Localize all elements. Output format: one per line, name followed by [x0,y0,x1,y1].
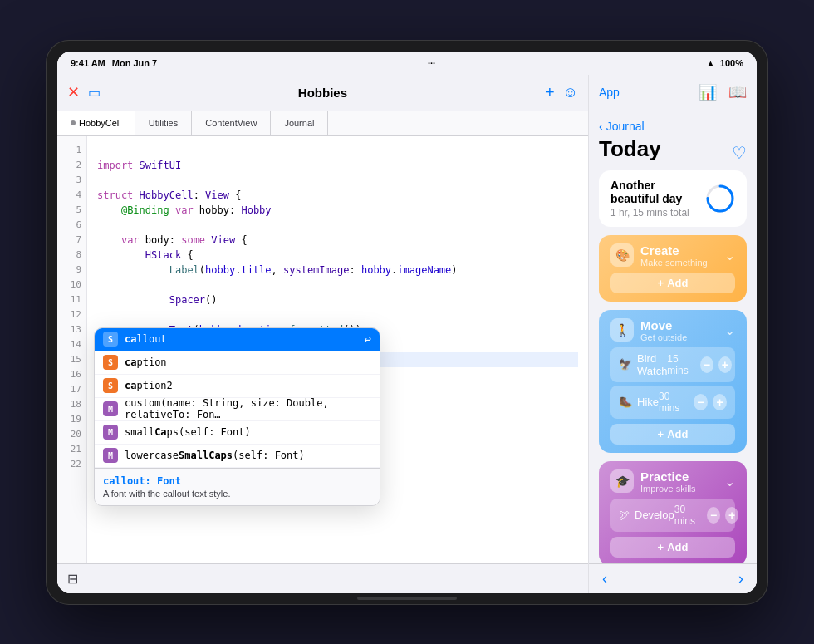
develop-plus-button[interactable]: + [725,507,738,524]
plus-icon: + [658,277,664,289]
create-subtitle: Make something [640,258,708,268]
tab-hobbycell[interactable]: HobbyCell [57,111,135,135]
code-line-7: var body: some View { [97,233,578,248]
move-icon: 🚶 [610,318,634,342]
code-line-8: HStack { [97,248,578,263]
code-line-6 [97,218,578,233]
code-line-2: import SwiftUI [97,158,578,173]
hike-plus-button[interactable]: + [713,394,727,410]
create-title: Create [640,243,708,258]
ac-item-callout[interactable]: S callout ↩ [95,328,380,351]
wifi-icon: ▲ [706,58,715,68]
journal-back-button[interactable]: ‹ Journal [599,120,747,133]
ipad-frame: 9:41 AM Mon Jun 7 ··· ▲ 100% ✕ ▭ Hobbies… [46,40,768,605]
develop-time: 30 mins [674,504,702,527]
ac-item-custom[interactable]: M custom(name: String, size: Double, rel… [95,398,380,421]
ac-badge-m2: M [103,425,118,440]
code-line-4: struct HobbyCell: View { [97,188,578,203]
sidebar-toggle-button[interactable]: ▭ [88,85,101,101]
birdwatch-time: 15 mins [667,353,694,376]
code-line-3 [97,173,578,188]
plus-icon: + [658,541,664,553]
develop-name: Develop [635,509,674,521]
journal-toolbar-tabs: App [599,86,620,99]
ac-return-icon: ↩ [365,332,371,346]
line-numbers: 1 2 3 4 5 6 7 8 9 10 11 12 13 14 [57,136,87,563]
tab-utilities[interactable]: Utilities [135,111,192,135]
hike-minus-button[interactable]: − [694,394,708,410]
emoji-button[interactable]: ☺ [563,84,578,101]
ac-badge-s2: S [103,355,118,370]
journal-icons: 📊 📖 [699,83,747,101]
nav-prev-button[interactable]: ‹ [602,570,607,587]
category-create: 🎨 Create Make something ⌄ + Add [599,235,747,302]
chevron-left-icon: ‹ [599,120,603,133]
code-area: 1 2 3 4 5 6 7 8 9 10 11 12 13 14 [57,136,588,563]
nav-next-button[interactable]: › [738,570,743,587]
practice-icon: 🎓 [610,469,634,493]
birdwatch-minus-button[interactable]: − [700,356,713,373]
category-practice: 🎓 Practice Improve skills ⌄ [599,461,747,563]
editor-title: Hobbies [109,86,537,100]
move-title: Move [640,318,687,332]
journal-panel: App 📊 📖 ‹ Journal Today ♡ [589,75,757,593]
move-add-button[interactable]: + Add [610,424,735,445]
status-bar: 9:41 AM Mon Jun 7 ··· ▲ 100% [57,52,757,75]
ac-item-caption2[interactable]: S caption2 [95,375,380,398]
home-indicator [357,597,457,600]
move-add-label: Add [667,428,688,440]
ac-text-callout: callout [125,333,358,345]
streak-card: Another beautiful day 1 hr, 15 mins tota… [599,170,747,227]
code-line-10 [97,278,578,293]
ac-text-lowercase: lowercaseSmallCaps(self: Font) [125,450,371,461]
ac-item-smallcaps[interactable]: M smallCaps(self: Font) [95,421,380,445]
ac-badge-m1: M [103,401,118,416]
streak-title: Another beautiful day [610,179,705,205]
ac-text-caption: caption [125,356,371,368]
list-item: 🥾 Hike 30 mins − + [610,386,735,419]
hike-time: 30 mins [659,391,689,414]
status-date: Mon Jun 7 [112,58,157,68]
move-chevron[interactable]: ⌄ [724,322,735,338]
develop-icon: 🕊 [619,509,630,521]
journal-toolbar: App 📊 📖 [589,75,757,111]
practice-add-button[interactable]: + Add [610,537,735,558]
code-panel: ✕ ▭ Hobbies + ☺ HobbyCell Utilities Cont… [57,75,589,593]
birdwatch-name: Bird Watch [637,352,667,377]
birdwatch-plus-button[interactable]: + [718,356,732,373]
tab-journal[interactable]: Journal [271,111,328,135]
plus-icon: + [658,428,664,440]
autocomplete-popup: S callout ↩ S caption S caption2 [94,327,380,506]
practice-items: 🕊 Develop 30 mins − + [610,499,735,532]
tab-contentview[interactable]: ContentView [192,111,271,135]
code-toolbar: ✕ ▭ Hobbies + ☺ [57,75,588,111]
ac-badge-s3: S [103,378,118,393]
create-add-label: Add [667,277,688,289]
create-add-button[interactable]: + Add [610,273,735,293]
practice-subtitle: Improve skills [640,484,696,494]
autocomplete-detail: callout: Font A font with the callout te… [95,468,380,505]
ac-item-lowercase[interactable]: M lowercaseSmallCaps(self: Font) [95,445,380,468]
close-button[interactable]: ✕ [67,83,80,101]
journal-back-label: Journal [606,120,645,133]
birdwatch-icon: 🦅 [619,358,632,371]
battery-icon: 100% [720,58,743,68]
book-icon[interactable]: 📖 [728,83,747,101]
chart-icon[interactable]: 📊 [699,83,717,101]
move-items: 🦅 Bird Watch 15 mins − + [610,347,735,419]
ac-item-caption[interactable]: S caption [95,351,380,375]
streak-subtitle: 1 hr, 15 mins total [610,207,705,219]
file-tabs: HobbyCell Utilities ContentView Journal [57,111,588,136]
add-file-button[interactable]: + [545,83,555,102]
create-chevron[interactable]: ⌄ [724,248,735,263]
move-subtitle: Get outside [640,332,687,342]
develop-minus-button[interactable]: − [707,507,720,524]
tab-app[interactable]: App [599,86,620,99]
practice-chevron[interactable]: ⌄ [724,474,735,489]
hike-icon: 🥾 [619,396,632,408]
heart-icon[interactable]: ♡ [732,143,747,163]
bottom-bar: ⊟ [57,563,588,593]
category-move: 🚶 Move Get outside ⌄ 🦅 [599,310,747,453]
console-icon[interactable]: ⊟ [67,571,78,587]
main-content: ✕ ▭ Hobbies + ☺ HobbyCell Utilities Cont… [57,75,757,593]
